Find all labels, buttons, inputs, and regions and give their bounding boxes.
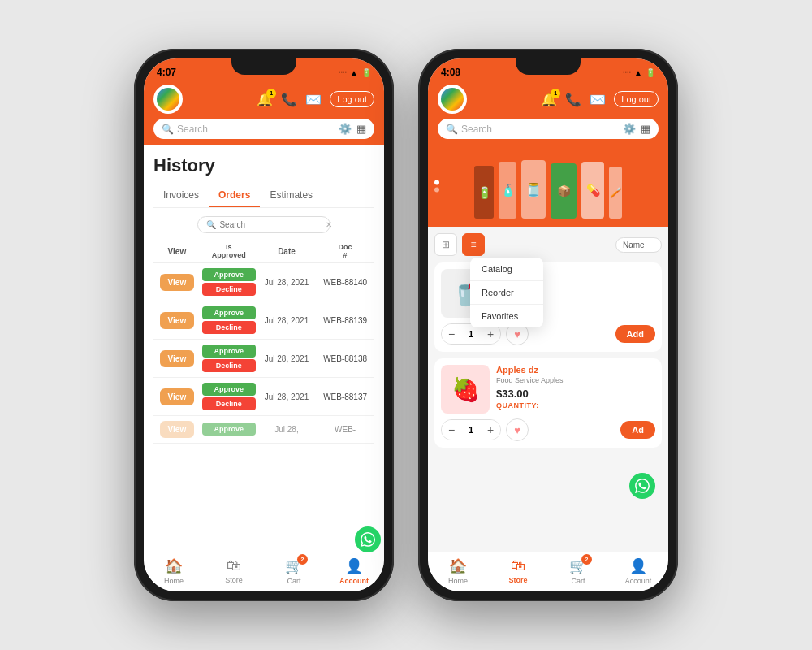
approve-button-3[interactable]: Approve (202, 344, 256, 358)
signal-dots-left: ···· (339, 68, 347, 76)
view-button-1[interactable]: View (160, 274, 195, 291)
email-icon-left[interactable]: ✉️ (305, 92, 322, 107)
order-doc-5: WEB- (316, 416, 374, 444)
qty-minus-2[interactable]: − (442, 420, 461, 440)
sort-select[interactable]: Name (615, 237, 662, 253)
home-icon-left: 🏠 (165, 557, 183, 575)
phone-icon-right[interactable]: 📞 (565, 92, 581, 107)
banner-product-5: 💊 (581, 162, 604, 219)
dropdown-catalog[interactable]: Catalog (470, 258, 543, 281)
nav-account-right[interactable]: 👤 Account (608, 557, 668, 585)
product-price-2: $33.00 (496, 388, 655, 400)
banner-dot-2[interactable] (434, 188, 439, 193)
table-search[interactable]: 🔍 ✕ (197, 216, 330, 233)
right-phone: 4:08 ···· ▲ 🔋 🔔 (418, 49, 678, 601)
wishlist-button-2[interactable]: ♥ (506, 418, 529, 441)
table-search-icon: 🔍 (206, 220, 216, 229)
dropdown-reorder[interactable]: Reorder (470, 281, 543, 305)
table-search-input[interactable] (219, 220, 322, 229)
order-date-4: Jul 28, 2021 (257, 378, 316, 416)
status-time-right: 4:08 (441, 67, 460, 78)
store-icon-right: 🛍 (511, 557, 525, 574)
bell-badge-right: 1 (551, 89, 560, 98)
search-bar-left[interactable]: 🔍 Search ⚙️ ▦ (153, 119, 374, 139)
search-placeholder-right: Search (461, 124, 492, 135)
table-search-clear[interactable]: ✕ (326, 220, 332, 229)
nav-store-label-right: Store (508, 576, 527, 584)
decline-button-4[interactable]: Decline (202, 397, 256, 410)
nav-home-label-left: Home (164, 577, 184, 585)
filter-icon-left[interactable]: ⚙️ (339, 123, 352, 135)
product-card-1: 🥤 5 H 12ct $55.00 QUANTITY: (434, 262, 662, 352)
nav-cart-label-left: Cart (287, 577, 300, 585)
banner-product-1: 🔋 (474, 166, 494, 219)
nav-store-right[interactable]: 🛍 Store (488, 557, 548, 585)
search-icon-right: 🔍 (446, 124, 458, 135)
list-view-button[interactable]: ≡ (462, 233, 485, 256)
approve-button-1[interactable]: Approve (202, 268, 256, 281)
barcode-icon-right[interactable]: ▦ (641, 123, 650, 135)
logo-right (438, 84, 467, 114)
nav-cart-right[interactable]: 🛒 2 Cart (548, 557, 608, 585)
qty-plus-2[interactable]: + (481, 420, 500, 440)
banner-product-4: 📦 (551, 163, 577, 219)
grid-view-button[interactable]: ⊞ (434, 233, 457, 256)
decline-button-1[interactable]: Decline (202, 283, 256, 296)
nav-store-left[interactable]: 🛍 Store (204, 557, 264, 585)
product-card-2: 🍓 Apples dz Food Service Apples $33.00 Q… (434, 358, 662, 448)
nav-store-label-left: Store (225, 576, 243, 584)
wifi-icon-left: ▲ (350, 68, 358, 77)
order-date-5: Jul 28, (257, 416, 316, 444)
table-row: View Approve Jul 28, WEB- (153, 416, 374, 444)
decline-button-2[interactable]: Decline (202, 321, 256, 334)
phone-icon-left[interactable]: 📞 (281, 92, 297, 107)
banner-dot-1[interactable] (434, 180, 439, 185)
whatsapp-button-left[interactable] (355, 526, 381, 552)
whatsapp-button-right[interactable] (629, 473, 655, 499)
status-time-left: 4:07 (157, 67, 176, 78)
banner-product-6: 🪥 (609, 167, 622, 219)
filter-dropdown: Catalog Reorder Favorites (470, 258, 543, 327)
approve-button-5[interactable]: Approve (202, 422, 256, 436)
tab-invoices[interactable]: Invoices (153, 184, 209, 207)
nav-cart-left[interactable]: 🛒 2 Cart (264, 557, 324, 585)
dropdown-favorites[interactable]: Favorites (470, 305, 543, 327)
table-row: View Approve Decline Jul 28, 2021 WEB-88… (153, 340, 374, 378)
tab-orders[interactable]: Orders (209, 184, 260, 207)
view-button-4[interactable]: View (160, 388, 195, 405)
view-button-3[interactable]: View (160, 350, 195, 367)
bell-icon-right[interactable]: 🔔 1 (541, 92, 557, 107)
bell-icon-left[interactable]: 🔔 1 (257, 92, 273, 107)
approve-button-4[interactable]: Approve (202, 383, 256, 396)
qty-value-1: 1 (461, 329, 481, 339)
battery-icon-left: 🔋 (361, 68, 371, 77)
grid-icon: ⊞ (442, 239, 450, 250)
nav-home-right[interactable]: 🏠 Home (428, 557, 488, 585)
product-banner: 🔋 🧴 🫙 📦 💊 🪥 (428, 145, 668, 227)
view-button-5[interactable]: View (160, 421, 195, 438)
email-icon-right[interactable]: ✉️ (590, 92, 606, 107)
order-doc-3: WEB-88138 (316, 340, 374, 378)
approve-button-2[interactable]: Approve (202, 306, 256, 319)
product-image-2: 🍓 (441, 365, 490, 414)
qty-minus-1[interactable]: − (442, 324, 461, 344)
table-row: View Approve Decline Jul 28, 2021 WEB-88… (153, 378, 374, 416)
add-to-cart-button-1[interactable]: Add (615, 325, 655, 343)
nav-account-left[interactable]: 👤 Account (324, 557, 384, 585)
bell-badge-left: 1 (266, 89, 276, 98)
logout-button-left[interactable]: Log out (330, 91, 374, 107)
filter-icon-right[interactable]: ⚙️ (623, 123, 636, 135)
barcode-icon-left[interactable]: ▦ (356, 123, 366, 135)
logout-button-right[interactable]: Log out (614, 91, 659, 107)
battery-icon-right: 🔋 (646, 68, 655, 77)
decline-button-3[interactable]: Decline (202, 359, 256, 372)
nav-home-left[interactable]: 🏠 Home (144, 557, 204, 585)
add-to-cart-button-2[interactable]: Ad (620, 421, 655, 439)
cart-badge-left: 2 (297, 554, 308, 565)
banner-product-2: 🧴 (499, 162, 516, 219)
search-bar-right[interactable]: 🔍 Search ⚙️ ▦ (438, 119, 659, 139)
home-icon-right: 🏠 (449, 557, 467, 575)
order-doc-4: WEB-88137 (316, 378, 374, 416)
view-button-2[interactable]: View (160, 312, 195, 329)
tab-estimates[interactable]: Estimates (260, 184, 322, 207)
